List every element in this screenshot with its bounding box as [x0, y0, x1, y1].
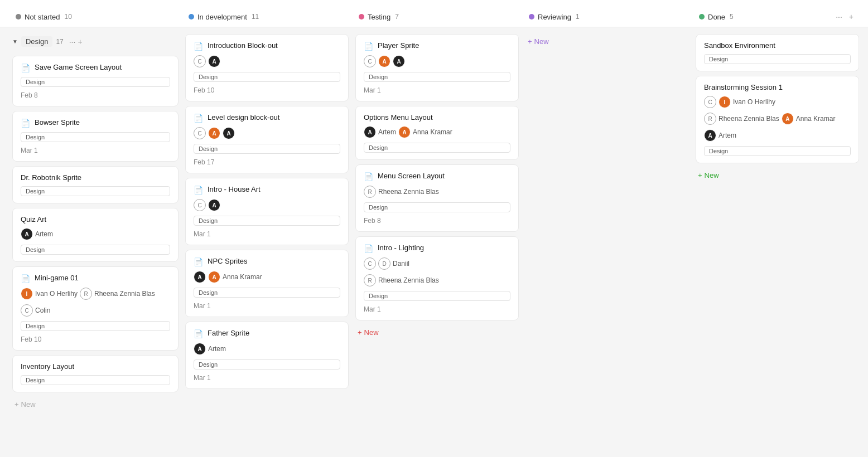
- in-development-label: In development: [197, 13, 247, 21]
- col-header-in-development: In development 11: [182, 7, 352, 27]
- card-title-intro-house: 📄 Intro - House Art: [194, 185, 340, 195]
- avatars-mini-game: I Ivan O Herlihy R Rheena Zennia Blas: [21, 288, 170, 300]
- card-brainstorming[interactable]: Brainstorming Session 1 C I Ivan O Herli…: [696, 76, 859, 163]
- avatars-brainstorm-1: C I Ivan O Herlihy: [704, 96, 851, 108]
- document-icon: 📄: [194, 114, 203, 123]
- new-button-reviewing[interactable]: + New: [525, 34, 689, 49]
- column-done: Sandbox Environment Design Brainstorming…: [692, 34, 862, 183]
- card-father-sprite[interactable]: 📄 Father Sprite A Artem Design Mar 1: [185, 322, 349, 389]
- card-bowser[interactable]: 📄 Bowser Sprite Design Mar 1: [12, 111, 179, 162]
- avatar-ivan: I: [718, 96, 731, 108]
- card-title-options-menu: Options Menu Layout: [364, 113, 510, 121]
- card-intro-blockout[interactable]: 📄 Introduction Block-out C A Design Feb …: [185, 34, 349, 101]
- card-npc-sprites[interactable]: 📄 NPC Sprites A A Anna Kramar Design Mar…: [185, 250, 349, 317]
- tag-design: Design: [21, 245, 170, 255]
- card-title-npc-sprites: 📄 NPC Sprites: [194, 257, 340, 266]
- avatar-name-rheena: Rheena Zennia Blas: [378, 276, 439, 284]
- more-actions-button[interactable]: ···: [833, 11, 845, 22]
- card-date: Feb 8: [21, 91, 170, 99]
- avatar-name-artem: Artem: [208, 345, 226, 353]
- avatar-rheena: R: [704, 113, 716, 125]
- avatars-level-design: C A A: [194, 127, 340, 139]
- card-intro-house[interactable]: 📄 Intro - House Art C A Design Mar 1: [185, 178, 349, 245]
- avatar-name-daniil: Daniil: [393, 260, 409, 268]
- avatar-name-colin: Colin: [35, 307, 50, 314]
- avatar-colin: C: [704, 96, 716, 108]
- done-label: Done: [708, 13, 725, 21]
- avatar-name-rheena: Rheena Zennia Blas: [718, 115, 779, 123]
- avatar-name-anna: Anna Kramar: [223, 273, 262, 281]
- plus-icon: +: [528, 37, 532, 46]
- card-player-sprite[interactable]: 📄 Player Sprite C A A Design Mar 1: [355, 34, 519, 101]
- document-icon: 📄: [21, 119, 30, 128]
- card-options-menu[interactable]: Options Menu Layout A Artem A Anna Krama…: [355, 106, 519, 160]
- add-column-button[interactable]: +: [847, 11, 856, 22]
- card-date: Mar 1: [194, 230, 340, 238]
- avatar-name-artem: Artem: [718, 132, 736, 139]
- document-icon: 📄: [21, 64, 30, 72]
- not-started-count: 10: [65, 13, 72, 21]
- avatar-anna: A: [208, 271, 220, 283]
- document-icon: 📄: [364, 244, 373, 253]
- tag-design: Design: [194, 72, 340, 82]
- card-save-game[interactable]: 📄 Save Game Screen Layout Design Feb 8: [12, 56, 179, 106]
- done-count: 5: [730, 13, 734, 21]
- card-date: Feb 10: [21, 336, 170, 343]
- avatar-name-rheena: Rheena Zennia Blas: [94, 290, 155, 298]
- new-button-testing[interactable]: + New: [355, 325, 519, 340]
- avatar-daniil: D: [378, 257, 390, 270]
- plus-icon: +: [15, 400, 19, 409]
- card-inventory[interactable]: Inventory Layout Design: [12, 355, 179, 392]
- card-title-intro-blockout: 📄 Introduction Block-out: [194, 41, 340, 51]
- testing-dot: [359, 14, 364, 20]
- avatar-anna: A: [782, 113, 794, 125]
- card-sandbox[interactable]: Sandbox Environment Design: [696, 34, 859, 71]
- tag-design: Design: [704, 54, 851, 64]
- avatar-name-anna: Anna Kramar: [796, 115, 836, 123]
- card-date: Feb 17: [194, 158, 340, 166]
- avatar-artem: A: [704, 129, 716, 142]
- new-button-done[interactable]: + New: [696, 168, 859, 183]
- document-icon: 📄: [194, 257, 203, 266]
- tag-design: Design: [194, 144, 340, 154]
- avatar-artem: A: [194, 271, 206, 283]
- card-quiz-art[interactable]: Quiz Art A Artem Design: [12, 208, 179, 262]
- not-started-label: Not started: [25, 13, 60, 21]
- card-intro-lighting[interactable]: 📄 Intro - Lighting C D Daniil R Rheena Z…: [355, 236, 519, 320]
- tag-design: Design: [21, 321, 170, 331]
- document-icon: 📄: [364, 172, 373, 181]
- done-dot: [699, 14, 705, 20]
- group-add-button[interactable]: +: [78, 37, 82, 46]
- avatars-player: C A A: [364, 55, 510, 67]
- avatar-artem: A: [194, 343, 206, 355]
- group-arrow: ▼: [12, 38, 18, 45]
- avatar-rheena: R: [364, 186, 376, 198]
- column-headers: Not started 10 In development 11 Testing…: [0, 0, 868, 27]
- tag-design: Design: [364, 202, 510, 212]
- column-not-started: ▼ Design 17 ··· + 📄 Save Game Screen Lay…: [9, 34, 182, 412]
- avatar-artem: A: [208, 55, 220, 67]
- card-mini-game[interactable]: 📄 Mini-game 01 I Ivan O Herlihy R Rheena…: [12, 266, 179, 351]
- card-date: Mar 1: [194, 302, 340, 310]
- document-icon: 📄: [21, 274, 30, 283]
- avatar-anna: A: [208, 127, 220, 139]
- avatar-colin: C: [194, 199, 206, 211]
- card-menu-screen[interactable]: 📄 Menu Screen Layout R Rheena Zennia Bla…: [355, 164, 519, 232]
- avatar-colin: C: [194, 55, 206, 67]
- tag-design: Design: [194, 288, 340, 298]
- avatars-intro-house: C A: [194, 199, 340, 211]
- new-button-not-started[interactable]: + New: [12, 397, 179, 412]
- card-title-intro-lighting: 📄 Intro - Lighting: [364, 244, 510, 253]
- avatar-artem: A: [364, 126, 376, 138]
- avatars-lighting-1: C D Daniil: [364, 257, 510, 270]
- card-robotnik[interactable]: Dr. Robotnik Sprite Design: [12, 166, 179, 203]
- tag-design: Design: [364, 143, 510, 153]
- column-in-development: 📄 Introduction Block-out C A Design Feb …: [182, 34, 352, 389]
- avatars-menu: R Rheena Zennia Blas: [364, 186, 510, 198]
- group-more-button[interactable]: ···: [69, 37, 76, 46]
- avatar-artem: A: [393, 55, 405, 67]
- card-title-save-game: 📄 Save Game Screen Layout: [21, 63, 170, 72]
- card-level-design[interactable]: 📄 Level design block-out C A A Design Fe…: [185, 106, 349, 173]
- reviewing-dot: [529, 14, 534, 20]
- group-label: Design: [21, 36, 52, 47]
